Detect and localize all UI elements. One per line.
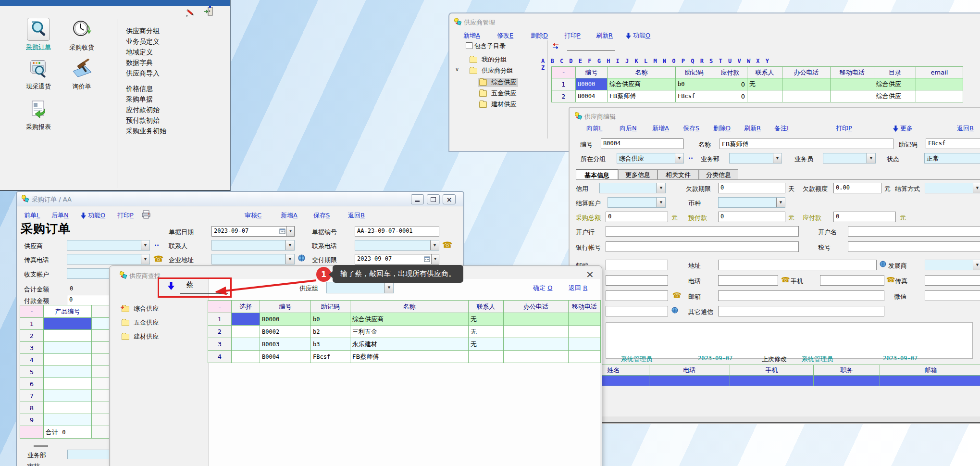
no-field[interactable]: B0004 — [601, 139, 683, 149]
calendar-icon[interactable] — [424, 256, 430, 264]
supplier-dropdown[interactable]: ▼ — [67, 240, 150, 251]
col-header[interactable]: 移动电话 — [831, 67, 874, 78]
tab-category-info[interactable]: 分类信息 — [699, 169, 738, 180]
group-dropdown[interactable]: 综合供应 ▼ — [617, 153, 684, 164]
shortcut-label[interactable]: 采购收货 — [62, 43, 101, 52]
dropdown-arrow-icon[interactable]: ▼ — [286, 226, 295, 237]
toolbar-prev-button[interactable]: 向前L — [586, 124, 602, 133]
contact-tel-dropdown[interactable]: ▼ — [355, 240, 439, 251]
menu-item-price-info[interactable]: 价格信息 — [126, 85, 153, 93]
menu-item-supplier-group[interactable]: 供应商分组 — [126, 27, 160, 36]
debt-term-field[interactable]: 0 — [718, 183, 785, 193]
shortcut-label[interactable]: 采购报表 — [19, 123, 58, 131]
phone-field[interactable] — [718, 275, 778, 286]
mnemonic-field[interactable]: FBcsf — [926, 139, 980, 149]
toolbar-function-button[interactable]: 功能O — [633, 31, 650, 40]
settle-account-dropdown[interactable]: ▼ — [608, 197, 666, 208]
tab-related-files[interactable]: 相关文件 — [657, 169, 699, 180]
dlg-tree-building[interactable]: 建材供应 — [122, 332, 159, 341]
dropdown-arrow-icon[interactable]: ▼ — [675, 153, 684, 164]
col-header[interactable]: 产品编号 — [44, 305, 92, 318]
toolbar-audit-button[interactable]: 审核C — [245, 211, 261, 220]
toolbar-refresh-button[interactable]: 刷新R — [596, 31, 613, 40]
toolbar-back-button[interactable]: 返回B — [348, 211, 365, 220]
tree-node-building[interactable]: 建材供应 — [479, 100, 516, 109]
toolbar-back-button[interactable]: 返回B — [957, 124, 974, 133]
item-row[interactable]: 3 — [20, 342, 121, 354]
address-field[interactable] — [718, 260, 877, 270]
close-icon[interactable]: × — [586, 268, 594, 280]
back-button[interactable]: 返回 R — [569, 284, 587, 292]
toolbar-print-button[interactable]: 打印P — [836, 124, 852, 133]
col-header[interactable]: 名称 — [608, 67, 676, 78]
dropdown-arrow-icon[interactable]: ▼ — [657, 183, 666, 193]
toolbar-add-button[interactable]: 新增A — [281, 211, 298, 220]
shortcut-label[interactable]: 现采退货 — [19, 82, 58, 91]
shortcut-purchase-receive[interactable]: 采购收货 — [62, 18, 101, 52]
payable-field[interactable]: 0 — [833, 212, 896, 222]
restore-button[interactable] — [427, 194, 440, 204]
toolbar-save-button[interactable]: 保存S — [313, 211, 330, 220]
table-row[interactable]: 2 B0004 FB蔡师傅 FBcsf 0 综合供应 — [552, 90, 963, 102]
tree-expander-icon[interactable]: ∨ — [455, 66, 459, 73]
col-header[interactable]: 联系人 — [747, 67, 782, 78]
contact-row-selected[interactable] — [578, 376, 980, 386]
name-field[interactable]: FB蔡师傅 — [719, 139, 893, 149]
calendar-icon[interactable] — [279, 228, 285, 236]
include-sub-checkbox[interactable] — [466, 42, 472, 49]
toolbar-add-button[interactable]: 新增A — [652, 124, 669, 133]
ok-button[interactable]: 确定 O — [533, 284, 552, 292]
dropdown-arrow-icon[interactable]: ▼ — [385, 282, 394, 293]
swap-arrows-icon[interactable] — [551, 42, 560, 51]
item-row[interactable]: 6 — [20, 378, 121, 390]
toolbar-next-button[interactable]: 向后N — [620, 124, 637, 133]
menu-item-purchase-init[interactable]: 采购业务初始 — [126, 127, 166, 136]
toolbar-function-button[interactable]: 功能O — [88, 211, 105, 220]
other-contact-field[interactable] — [718, 306, 884, 316]
bank-field[interactable] — [606, 226, 799, 237]
result-row[interactable]: 3 B0003 b3 永乐建材 无 — [208, 338, 601, 351]
toolbar-save-button[interactable]: 保存S — [683, 124, 699, 133]
printer-icon[interactable] — [141, 210, 151, 221]
tax-no-field[interactable] — [848, 241, 980, 252]
status-field[interactable]: 正常 — [924, 153, 980, 164]
col-header[interactable]: - — [20, 305, 44, 318]
toolbar-next-doc-button[interactable]: 后单N — [51, 211, 69, 220]
toolbar-delete-button[interactable]: 删除D — [713, 124, 731, 133]
dropdown-arrow-icon[interactable]: ▼ — [430, 240, 439, 251]
menu-item-region-def[interactable]: 地域定义 — [126, 48, 153, 57]
toolbar-refresh-button[interactable]: 刷新R — [744, 124, 761, 133]
date-field[interactable]: 2023-09-07 ▼ — [211, 226, 295, 237]
item-row[interactable]: 1 — [20, 318, 121, 330]
tab-basic-info[interactable]: 基本信息 — [576, 169, 618, 180]
shortcut-label[interactable]: 询价单 — [62, 82, 101, 91]
deadline-field[interactable]: 2023-09-07 ▼ — [355, 254, 439, 264]
exit-door-icon[interactable] — [204, 6, 213, 16]
toolbar-prev-doc-button[interactable]: 前单L — [24, 211, 40, 220]
item-row[interactable]: 4 — [20, 354, 121, 366]
extra-field-1[interactable] — [606, 275, 668, 286]
dropdown-arrow-icon[interactable]: ▼ — [431, 254, 439, 264]
menu-item-salesman-def[interactable]: 业务员定义 — [126, 38, 160, 46]
dropdown-arrow-icon[interactable]: ▼ — [867, 153, 876, 164]
col-header[interactable]: - — [552, 67, 576, 78]
col-header[interactable]: 邮箱 — [880, 365, 980, 376]
item-row[interactable]: 8 — [20, 402, 121, 414]
shortcut-label[interactable]: 采购订单 — [19, 43, 58, 51]
table-row[interactable]: 1 B0000 综合供应商 b0 0 无 综合供应 — [552, 78, 963, 90]
col-header[interactable]: 目录 — [874, 67, 916, 78]
wechat-field[interactable] — [925, 290, 980, 301]
close-button[interactable]: × — [443, 194, 456, 204]
item-row[interactable]: 7 — [20, 390, 121, 402]
dropdown-arrow-icon[interactable]: ▼ — [657, 197, 666, 208]
bank-account-field[interactable] — [606, 241, 799, 252]
tree-node-general[interactable]: 综合供应 — [478, 78, 518, 87]
developer-dropdown[interactable]: ▼ — [925, 260, 980, 270]
shortcut-inquiry[interactable]: 询价单 — [62, 59, 101, 91]
dept-dropdown[interactable]: ▼ — [729, 153, 782, 164]
shortcut-purchase-report[interactable]: 采购报表 — [19, 100, 58, 131]
menu-item-data-dict[interactable]: 数据字典 — [126, 59, 153, 67]
menu-item-supplier-import[interactable]: 供应商导入 — [126, 69, 160, 78]
doc-no-field[interactable]: AA-23-09-07-0001 — [355, 226, 439, 237]
contact-dropdown[interactable]: ▼ — [211, 240, 295, 251]
